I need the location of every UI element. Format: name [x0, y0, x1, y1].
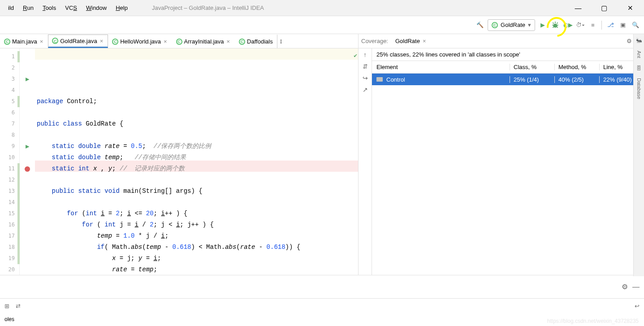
class-icon	[176, 39, 182, 45]
menu-help[interactable]: Help	[111, 3, 132, 13]
menu-vcs[interactable]: VCS	[61, 3, 82, 13]
ant-label[interactable]: Ant	[636, 51, 642, 58]
watermark: https://blog.csdn.net/weixin_43728235	[547, 318, 639, 324]
close-icon[interactable]: ×	[163, 38, 168, 45]
coverage-main: 25% classes, 22% lines covered in 'all c…	[372, 48, 644, 275]
gear-icon[interactable]: ⚙	[622, 283, 628, 291]
toolbar: 🔨 GoldRate ▾ ▶ ◐▶ ⏱▾ ■ ⎇ ▣ 🔍	[0, 16, 644, 34]
profile-icon[interactable]: ⏱▾	[575, 19, 585, 31]
gear-icon[interactable]: ⚙	[627, 38, 632, 44]
class-icon	[4, 39, 10, 45]
nav-icon[interactable]: ↪	[363, 74, 368, 82]
separator	[601, 21, 602, 30]
col-method[interactable]: Method, %	[554, 64, 599, 70]
update-icon[interactable]: ▣	[618, 19, 628, 31]
git-icon[interactable]: ⎇	[605, 19, 615, 31]
minimize-button[interactable]: —	[571, 0, 586, 16]
coverage-panel: Coverage: GoldRate × ⚙ — ↑ ⇵ ↪ ↗ 25% cla…	[359, 34, 644, 275]
run-config-select[interactable]: GoldRate ▾	[488, 19, 535, 31]
run-gutter-icon[interactable]: ▶	[20, 74, 35, 85]
svg-line-7	[557, 26, 558, 27]
svg-point-0	[553, 23, 558, 27]
coverage-bar	[17, 96, 20, 107]
debug-icon[interactable]	[550, 19, 560, 31]
window-controls: — ▢ ✕	[571, 0, 640, 16]
maximize-button[interactable]: ▢	[596, 0, 612, 16]
coverage-header: Coverage: GoldRate × ⚙ —	[359, 34, 644, 48]
menu-window[interactable]: Window	[82, 3, 111, 13]
close-icon[interactable]: ×	[225, 38, 231, 45]
col-class[interactable]: Class, %	[510, 64, 554, 70]
editor-area: Main.java× GoldRate.java× HelloWorld.jav…	[0, 34, 359, 275]
code-content[interactable]: ✔ package Control; public class GoldRate…	[35, 48, 358, 275]
dropdown-icon: ▾	[528, 22, 531, 28]
line-numbers: 1234567891011121314151617181920	[0, 48, 20, 275]
folder-icon	[376, 77, 383, 82]
close-icon[interactable]: ×	[423, 38, 426, 44]
coverage-bar	[17, 51, 20, 62]
class-icon	[239, 39, 245, 45]
run-config-label: GoldRate	[501, 22, 525, 28]
class-icon	[112, 39, 118, 45]
search-icon[interactable]: 🔍	[631, 19, 640, 31]
code-editor[interactable]: 1234567891011121314151617181920 ▶▶ ✔ pac…	[0, 48, 358, 275]
window-title: JavaProject – GoldRate.java – IntelliJ I…	[152, 4, 264, 11]
coverage-run-tab[interactable]: GoldRate ×	[392, 36, 430, 46]
menu-tools[interactable]: Tools	[38, 3, 61, 13]
check-icon: ✔	[354, 50, 357, 61]
coverage-row[interactable]: Control 25% (1/4) 40% (2/5) 22% (9/40)	[372, 74, 644, 85]
stop-icon[interactable]: ■	[588, 19, 598, 31]
editor-tabs: Main.java× GoldRate.java× HelloWorld.jav…	[0, 34, 358, 48]
database-label[interactable]: Database	[636, 78, 642, 99]
menu-run[interactable]: Run	[18, 3, 38, 13]
up-icon[interactable]: ↑	[363, 51, 367, 58]
breakpoint-icon[interactable]	[20, 163, 35, 174]
layout-icon[interactable]: ⊞	[4, 303, 9, 309]
svg-line-4	[553, 22, 553, 23]
softwrap-icon[interactable]: ↩	[635, 303, 640, 309]
class-icon	[492, 22, 498, 28]
coverage-bar	[17, 163, 20, 264]
coverage-table-header: Element Class, % Method, % Line, %	[372, 61, 644, 74]
tab-daffodials[interactable]: Daffodials	[235, 35, 277, 48]
coverage-body: ↑ ⇵ ↪ ↗ 25% classes, 22% lines covered i…	[359, 48, 644, 275]
bottom-panel-header: ⚙ —	[0, 275, 644, 299]
coverage-summary: 25% classes, 22% lines covered in 'all c…	[372, 48, 644, 61]
tab-helloworld[interactable]: HelloWorld.java×	[108, 35, 172, 48]
run-icon[interactable]: ▶	[538, 19, 548, 31]
export-icon[interactable]: ↗	[363, 86, 368, 93]
build-icon[interactable]: 🔨	[475, 19, 485, 31]
bottom-toolbar: ⊞ ⇄ ↩	[0, 299, 644, 313]
right-tool-rail: 🐜 Ant 🗄 Database	[633, 34, 644, 276]
menu-build[interactable]: ild	[4, 3, 18, 13]
main-row: Main.java× GoldRate.java× HelloWorld.jav…	[0, 34, 644, 275]
minimize-icon[interactable]: —	[632, 283, 640, 291]
tab-goldrate[interactable]: GoldRate.java×	[48, 35, 108, 48]
tab-arrayinitial[interactable]: ArrayInitial.java×	[172, 35, 235, 48]
title-bar: ild Run Tools VCS Window Help JavaProjec…	[0, 0, 644, 16]
coverage-title: Coverage:	[361, 38, 388, 44]
close-button[interactable]: ✕	[622, 0, 638, 16]
ant-icon[interactable]: 🐜	[636, 38, 642, 43]
filter-icon[interactable]: ⇄	[16, 303, 21, 309]
svg-line-6	[553, 26, 553, 27]
database-icon[interactable]: 🗄	[636, 65, 641, 71]
class-icon	[52, 38, 58, 44]
gutter-markers[interactable]: ▶▶	[20, 48, 35, 275]
run-gutter-icon[interactable]: ▶	[20, 141, 35, 152]
tabs-overflow[interactable]: ⁞	[277, 35, 285, 48]
menu-bar: ild Run Tools VCS Window Help	[4, 3, 132, 13]
flatten-icon[interactable]: ⇵	[363, 63, 368, 70]
col-element[interactable]: Element	[372, 64, 510, 70]
tab-main[interactable]: Main.java×	[0, 35, 48, 48]
close-icon[interactable]: ×	[99, 38, 104, 44]
coverage-sidebar: ↑ ⇵ ↪ ↗	[359, 48, 372, 275]
status-text: oles	[4, 316, 14, 322]
svg-line-5	[557, 22, 558, 23]
close-icon[interactable]: ×	[39, 38, 44, 45]
